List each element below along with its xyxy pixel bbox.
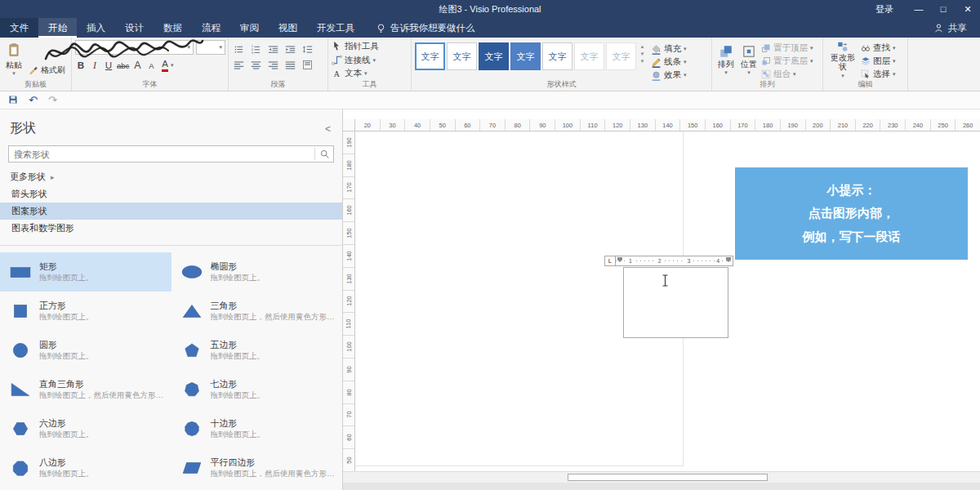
font-name-combo[interactable]: ▾ <box>75 40 194 55</box>
canvas[interactable]: 2030405060708090100110120130140150160170… <box>343 109 980 490</box>
valign-button[interactable] <box>301 58 314 71</box>
connector-tool-button[interactable]: 连接线▾ <box>332 54 408 67</box>
stencil-category-1[interactable]: 图案形状 <box>0 203 342 220</box>
save-button[interactable] <box>8 93 18 108</box>
position-button[interactable]: 位置▾ <box>738 40 760 80</box>
h-ruler-number: 30 <box>380 119 405 131</box>
format-painter-button[interactable]: 格式刷 <box>28 64 65 77</box>
shape-item[interactable]: 矩形拖到绘图页上。 <box>0 252 172 292</box>
ribbon-tab-8[interactable]: 开发工具 <box>307 18 364 38</box>
alignL-button[interactable] <box>232 58 246 71</box>
find-button[interactable]: 查找▾ <box>861 42 896 55</box>
font-color-button[interactable]: A <box>162 60 168 72</box>
changeshape-button[interactable]: 更改形状▾ <box>826 40 859 80</box>
shape-item[interactable]: 正方形拖到绘图页上。 <box>0 292 172 331</box>
shape-description: 拖到绘图页上。 <box>211 390 265 401</box>
tab-stop-selector[interactable]: L <box>605 256 616 265</box>
h-ruler-number: 40 <box>404 119 430 131</box>
shape-style-swatch-4[interactable]: 文字 <box>542 42 572 70</box>
tell-me-box[interactable]: 告诉我你想要做什么 <box>376 18 475 38</box>
shape-item[interactable]: 六边形拖到绘图页上。 <box>0 409 172 448</box>
dropdown-caret-icon: ▾ <box>747 69 751 76</box>
minimize-button[interactable]: — <box>906 0 931 18</box>
close-button[interactable]: ✕ <box>956 0 980 18</box>
textA-tool-button[interactable]: A文本▾ <box>332 67 408 80</box>
font-style-button-2[interactable]: U <box>103 60 114 70</box>
ribbon-tab-0[interactable]: 文件 <box>0 18 38 38</box>
shape-item[interactable]: 五边形拖到绘图页上。 <box>172 331 343 370</box>
undo-button[interactable]: ↶ <box>29 95 38 105</box>
maximize-button[interactable]: □ <box>931 0 956 18</box>
outdent-button[interactable] <box>266 42 280 56</box>
redo-button[interactable]: ↷ <box>48 95 57 105</box>
share-button[interactable]: 共享 <box>933 18 980 38</box>
collapse-panel-button[interactable]: < <box>325 123 331 135</box>
scroll-up-icon[interactable]: ▲ <box>640 44 645 49</box>
ribbon-tab-3[interactable]: 设计 <box>115 18 154 38</box>
ribbon-tab-1[interactable]: 开始 <box>38 18 77 38</box>
shape-style-swatch-3[interactable]: 文字 <box>510 42 541 70</box>
pencil-button[interactable]: 线条▾ <box>651 56 687 68</box>
shape-item[interactable]: 三角形拖到绘图页上，然后使用黄色方形… <box>172 292 343 331</box>
ribbon-tab-7[interactable]: 视图 <box>269 18 307 38</box>
scroll-down-icon[interactable]: ▼ <box>640 51 645 56</box>
indent-marker-left-icon[interactable] <box>617 257 622 262</box>
group-button[interactable]: 组合▾ <box>761 68 813 80</box>
bucket-button[interactable]: 填充▾ <box>651 43 687 55</box>
alignR-button[interactable] <box>266 58 280 71</box>
editing-group-label: 编辑 <box>823 79 907 90</box>
shape-item[interactable]: 平行四边形拖到绘图页上，然后使用黄色方形… <box>172 448 343 488</box>
sign-in-button[interactable]: 登录 <box>862 3 906 16</box>
editing-big-buttons: 更改形状▾ <box>826 40 859 80</box>
ribbon-tab-5[interactable]: 流程 <box>192 18 230 38</box>
shape-item[interactable]: 七边形拖到绘图页上。 <box>172 370 343 409</box>
front-button[interactable]: 置于顶层▾ <box>761 42 813 55</box>
shape-style-swatch-5[interactable]: 文字 <box>574 42 604 70</box>
spacing-button[interactable] <box>301 42 314 56</box>
shape-style-swatch-0[interactable]: 文字 <box>415 42 445 70</box>
tip-shape[interactable]: 小提示： 点击图形内部， 例如，写下一段话 <box>735 167 968 260</box>
paste-button[interactable]: 粘贴 ▾ <box>3 40 24 80</box>
bullets-button[interactable] <box>232 42 246 56</box>
layers-button[interactable]: 图层▾ <box>861 56 896 68</box>
drawing-page[interactable]: 小提示： 点击图形内部， 例如，写下一段话 L 1234 <box>355 131 980 471</box>
shape-description: 拖到绘图页上，然后使用黄色方形… <box>39 390 163 401</box>
font-style-button-0[interactable]: B <box>75 60 87 70</box>
shape-style-swatch-6[interactable]: 文字 <box>606 42 636 70</box>
numbering-button[interactable]: 123 <box>249 42 263 56</box>
front-icon <box>761 43 771 53</box>
shape-style-swatch-1[interactable]: 文字 <box>447 42 477 70</box>
font-size-combo[interactable]: ▾ <box>196 40 225 55</box>
select-button[interactable]: 选择▾ <box>861 68 896 80</box>
font-style-button-4[interactable]: A <box>131 60 143 71</box>
stencil-category-2[interactable]: 图表和数学图形 <box>0 220 342 237</box>
shape-item[interactable]: 椭圆形拖到绘图页上。 <box>172 252 343 292</box>
search-icon[interactable] <box>315 149 333 159</box>
alignC-button[interactable] <box>249 58 263 71</box>
more-shapes-item[interactable]: 更多形状 ▸ <box>0 164 342 185</box>
shape-item[interactable]: 十边形拖到绘图页上。 <box>172 409 343 448</box>
text-edit-shape[interactable] <box>623 267 728 338</box>
shape-item[interactable]: 直角三角形拖到绘图页上，然后使用黄色方形… <box>0 370 172 409</box>
arrange-button[interactable]: 排列▾ <box>715 40 737 80</box>
justify-button[interactable] <box>283 58 297 71</box>
indent-button[interactable] <box>283 42 297 56</box>
scrollbar-thumb[interactable] <box>568 474 768 481</box>
font-style-button-1[interactable]: I <box>89 60 100 70</box>
ribbon-tab-4[interactable]: 数据 <box>154 18 192 38</box>
font-style-button-5[interactable]: A <box>145 61 157 70</box>
indent-marker-right-icon[interactable] <box>726 257 731 262</box>
search-input[interactable] <box>9 149 314 159</box>
horizontal-scrollbar[interactable] <box>343 471 980 483</box>
stencil-category-0[interactable]: 箭头形状 <box>0 185 342 203</box>
shape-style-swatch-2[interactable]: 文字 <box>479 42 509 70</box>
gallery-more-icon[interactable]: ▼ <box>640 59 645 64</box>
shape-item[interactable]: 圆形拖到绘图页上。 <box>0 331 172 370</box>
shape-name: 八边形 <box>39 457 94 469</box>
ribbon-tab-2[interactable]: 插入 <box>77 18 115 38</box>
shape-item[interactable]: 八边形拖到绘图页上。 <box>0 448 172 488</box>
pointer-tool-button[interactable]: 指针工具 <box>332 40 408 53</box>
back-button[interactable]: 置于底层▾ <box>761 56 813 68</box>
font-style-button-3[interactable]: abc <box>117 61 129 70</box>
ribbon-tab-6[interactable]: 审阅 <box>230 18 269 38</box>
